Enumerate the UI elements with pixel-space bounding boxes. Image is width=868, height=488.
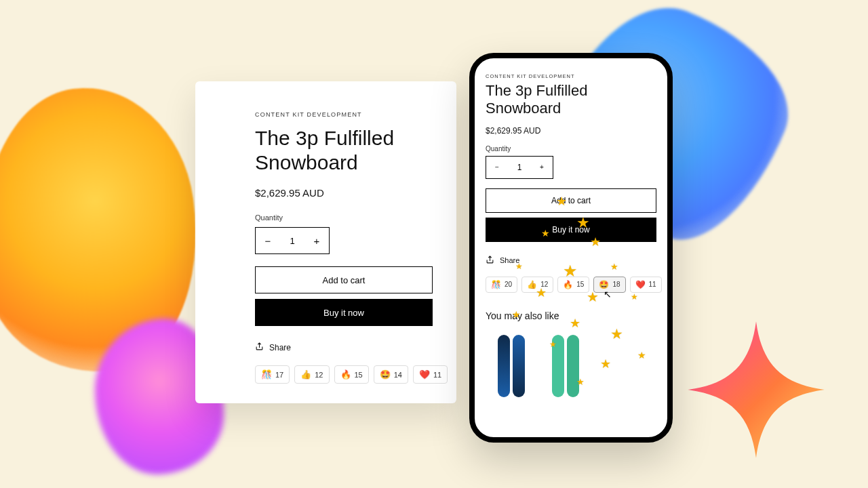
fire-icon: 🔥 <box>340 369 351 380</box>
reaction-fire[interactable]: 🔥 15 <box>557 277 589 293</box>
reaction-confetti[interactable]: 🎊 17 <box>255 365 290 384</box>
quantity-increment-button[interactable]: + <box>531 157 553 178</box>
reaction-count: 17 <box>275 371 283 379</box>
reaction-count: 12 <box>540 281 548 288</box>
snowboard-icon <box>513 335 525 397</box>
reaction-star-eyes[interactable]: 🤩 18 <box>593 277 625 293</box>
reaction-count: 14 <box>394 371 402 379</box>
product-title: The 3p Fulfilled Snowboard <box>255 126 422 175</box>
snowboard-icon <box>552 335 564 397</box>
product-card-desktop: CONTENT KIT DEVELOPMENT The 3p Fulfilled… <box>195 81 456 403</box>
bg-sparkle-icon <box>685 319 827 461</box>
heart-icon: ❤️ <box>635 280 646 289</box>
star-eyes-icon: 🤩 <box>599 280 609 289</box>
product-title: The 3p Fulfilled Snowboard <box>486 82 656 118</box>
reaction-count: 11 <box>649 281 656 288</box>
reaction-count: 11 <box>433 371 441 379</box>
reaction-thumbs-up[interactable]: 👍 12 <box>521 277 553 293</box>
recommendations-row <box>486 335 656 397</box>
quantity-stepper[interactable]: − 1 + <box>486 156 553 179</box>
add-to-cart-button[interactable]: Add to cart <box>255 266 433 293</box>
recommendation-item[interactable] <box>552 335 579 397</box>
share-icon <box>255 342 264 353</box>
reaction-bar: 🎊 17 👍 12 🔥 15 🤩 14 ❤️ 11 <box>255 365 422 384</box>
heart-icon: ❤️ <box>419 369 430 380</box>
share-button[interactable]: Share <box>255 342 422 353</box>
confetti-icon: 🎊 <box>261 369 272 380</box>
reaction-thumbs-up[interactable]: 👍 12 <box>294 365 329 384</box>
snowboard-icon <box>498 335 510 397</box>
buy-now-button[interactable]: Buy it now <box>486 218 656 242</box>
share-label: Share <box>269 343 291 352</box>
quantity-decrement-button[interactable]: − <box>486 157 508 178</box>
confetti-icon: 🎊 <box>491 280 501 289</box>
product-price: $2,629.95 AUD <box>255 187 422 199</box>
recommendation-item[interactable] <box>498 335 525 397</box>
thumbs-up-icon: 👍 <box>527 280 537 289</box>
quantity-value: 1 <box>280 236 304 246</box>
reaction-heart[interactable]: ❤️ 11 <box>413 365 448 384</box>
product-card-mobile: CONTENT KIT DEVELOPMENT The 3p Fulfilled… <box>469 53 673 443</box>
share-icon <box>486 256 494 266</box>
reaction-star-eyes[interactable]: 🤩 14 <box>374 365 408 384</box>
quantity-stepper[interactable]: − 1 + <box>255 227 330 254</box>
reaction-count: 20 <box>505 281 512 288</box>
snowboard-icon <box>567 335 579 397</box>
recommendations-heading: You may also like <box>486 310 656 321</box>
product-price: $2,629.95 AUD <box>486 126 656 136</box>
reaction-fire[interactable]: 🔥 15 <box>334 365 369 384</box>
reaction-bar: 🎊 20 👍 12 🔥 15 🤩 18 ❤️ 11 ↖ <box>486 277 656 293</box>
share-label: Share <box>500 256 519 264</box>
quantity-label: Quantity <box>486 145 656 152</box>
reaction-confetti[interactable]: 🎊 20 <box>486 277 517 293</box>
reaction-count: 18 <box>612 281 620 288</box>
vendor-eyebrow: CONTENT KIT DEVELOPMENT <box>486 73 656 79</box>
reaction-count: 12 <box>315 371 323 379</box>
buy-now-button[interactable]: Buy it now <box>255 299 433 326</box>
share-button[interactable]: Share <box>486 256 656 266</box>
add-to-cart-button[interactable]: Add to cart <box>486 188 656 213</box>
quantity-decrement-button[interactable]: − <box>256 228 280 253</box>
quantity-label: Quantity <box>255 214 422 222</box>
quantity-increment-button[interactable]: + <box>304 228 329 253</box>
thumbs-up-icon: 👍 <box>300 369 311 380</box>
reaction-count: 15 <box>576 281 584 288</box>
reaction-heart[interactable]: ❤️ 11 <box>630 277 662 293</box>
fire-icon: 🔥 <box>563 280 573 289</box>
reaction-count: 15 <box>355 371 363 379</box>
quantity-value: 1 <box>508 163 531 172</box>
vendor-eyebrow: CONTENT KIT DEVELOPMENT <box>255 111 422 118</box>
star-eyes-icon: 🤩 <box>380 369 391 380</box>
